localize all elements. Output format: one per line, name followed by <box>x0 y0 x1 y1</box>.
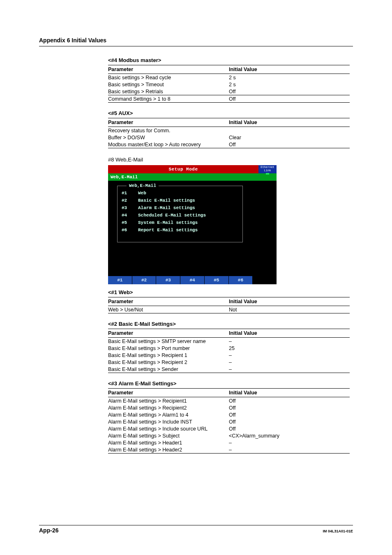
softkey-4[interactable]: #4 <box>180 276 205 284</box>
table-web: Parameter Initial Value Web > Use/NotNot <box>108 297 350 313</box>
th-initial-value: Initial Value <box>229 329 350 338</box>
cell-param: Alarm E-Mail settings > Include source U… <box>108 425 229 432</box>
cell-value: Off <box>229 425 350 432</box>
page-footer: App-26 IM 04L31A01-01E <box>39 525 353 534</box>
section-alarm-email-title: <#3 Alarm E-Mail Settings> <box>108 380 350 387</box>
cell-value: Off <box>229 418 350 425</box>
th-parameter: Parameter <box>108 329 229 338</box>
cell-value: Off <box>229 95 350 103</box>
panel-legend: Web,E-Mail <box>127 183 159 188</box>
menu-item-scheduled-email[interactable]: #4Scheduled E-Mail settings <box>122 212 238 219</box>
table-row: Web > Use/NotNot <box>108 306 350 313</box>
table-row: Modbus master/Ext loop > Auto recoveryOf… <box>108 141 350 148</box>
menu-num: #6 <box>122 226 129 234</box>
table-row: Recovery status for Comm. <box>108 127 350 134</box>
table-row: Basic E-Mail settings > Sender– <box>108 366 350 373</box>
th-parameter: Parameter <box>108 389 229 397</box>
cell-param: Recovery status for Comm. <box>108 127 229 134</box>
table-row: Alarm E-Mail settings > Header1– <box>108 439 350 446</box>
table-row: Alarm E-Mail settings > Alarm1 to 4Off <box>108 411 350 418</box>
th-parameter: Parameter <box>108 65 229 74</box>
section-aux-title: <#5 AUX> <box>108 110 350 116</box>
screen-title-bar: Setup Mode Ethernet Link <box>108 165 277 173</box>
table-row: Basic E-Mail settings > Recipient 2– <box>108 359 350 366</box>
cell-param: Alarm E-Mail settings > Recipient1 <box>108 397 229 405</box>
page-number: App-26 <box>39 527 58 534</box>
cell-value: Clear <box>229 134 350 141</box>
menu-item-system-email[interactable]: #5System E-Mail settings <box>122 219 238 226</box>
table-row: Basic settings > Timeout2 s <box>108 81 350 88</box>
menu-label: System E-Mail settings <box>138 219 198 226</box>
cell-param: Alarm E-Mail settings > Header2 <box>108 446 229 454</box>
table-row: Alarm E-Mail settings > Subject<CX>Alarm… <box>108 432 350 439</box>
cell-param: Basic settings > Read cycle <box>108 74 229 81</box>
menu-label: Report E-Mail settings <box>138 226 198 234</box>
cell-param: Basic E-Mail settings > Sender <box>108 366 229 373</box>
softkey-filler <box>253 276 277 284</box>
cell-value: – <box>229 359 350 366</box>
th-initial-value: Initial Value <box>229 297 350 306</box>
th-initial-value: Initial Value <box>229 65 350 74</box>
menu-item-alarm-email[interactable]: #3Alarm E-Mail settings <box>122 204 238 212</box>
cell-param: Basic E-Mail settings > Port number <box>108 345 229 352</box>
cell-value: – <box>229 338 350 345</box>
table-row: Basic settings > RetrialsOff <box>108 88 350 95</box>
menu-num: #1 <box>122 189 129 197</box>
link-label: Link <box>264 169 271 172</box>
table-row: Basic settings > Read cycle2 s <box>108 74 350 81</box>
cell-value: <CX>Alarm_summary <box>229 432 350 439</box>
menu-item-basic-email[interactable]: #2Basic E-Mail settings <box>122 197 238 204</box>
menu-num: #5 <box>122 219 129 226</box>
screen-body: Web,E-Mail #1Web #2Basic E-Mail settings… <box>108 181 277 276</box>
menu-num: #2 <box>122 197 129 204</box>
softkey-6[interactable]: #6 <box>229 276 253 284</box>
document-code: IM 04L31A01-01E <box>323 529 353 533</box>
menu-num: #4 <box>122 212 129 219</box>
th-initial-value: Initial Value <box>229 118 350 127</box>
table-row: Basic E-Mail settings > SMTP server name… <box>108 338 350 345</box>
cell-value: – <box>229 446 350 454</box>
menu-label: Web <box>138 189 146 197</box>
cell-param: Basic settings > Timeout <box>108 81 229 88</box>
cell-value: – <box>229 352 350 359</box>
link-led-icon <box>266 173 269 175</box>
cell-param: Web > Use/Not <box>108 306 229 313</box>
cell-param: Basic E-Mail settings > Recipient 2 <box>108 359 229 366</box>
table-row: Alarm E-Mail settings > Recipient1Off <box>108 397 350 405</box>
th-parameter: Parameter <box>108 297 229 306</box>
cell-param: Basic E-Mail settings > SMTP server name <box>108 338 229 345</box>
cell-param: Alarm E-Mail settings > Header1 <box>108 439 229 446</box>
softkey-5[interactable]: #5 <box>205 276 229 284</box>
th-parameter: Parameter <box>108 118 229 127</box>
menu-item-report-email[interactable]: #6Report E-Mail settings <box>122 226 238 234</box>
cell-value: Not <box>229 306 350 313</box>
table-row: Command Settings > 1 to 8Off <box>108 95 350 103</box>
cell-param: Basic settings > Retrials <box>108 88 229 95</box>
cell-param: Basic E-Mail settings > Recipient 1 <box>108 352 229 359</box>
page-header: Appendix 6 Initial Values <box>39 37 353 46</box>
cell-value: 2 s <box>229 74 350 81</box>
menu-item-web[interactable]: #1Web <box>122 189 238 197</box>
section-web-title: <#1 Web> <box>108 289 350 295</box>
menu-label: Basic E-Mail settings <box>138 197 195 204</box>
table-aux: Parameter Initial Value Recovery status … <box>108 118 350 148</box>
table-basic-email: Parameter Initial Value Basic E-Mail set… <box>108 329 350 373</box>
cell-value <box>229 127 350 134</box>
menu-label: Alarm E-Mail settings <box>138 204 195 212</box>
menu-label: Scheduled E-Mail settings <box>138 212 206 219</box>
cell-value: Off <box>229 141 350 148</box>
cell-value: Off <box>229 411 350 418</box>
ethernet-label: Ethernet <box>258 166 277 169</box>
cell-param: Buffer > DO/SW <box>108 134 229 141</box>
section-basic-email-title: <#2 Basic E-Mail Settings> <box>108 321 350 327</box>
cell-param: Alarm E-Mail settings > Subject <box>108 432 229 439</box>
appendix-title: Appendix 6 Initial Values <box>39 37 106 44</box>
table-row: Alarm E-Mail settings > Include source U… <box>108 425 350 432</box>
cell-param: Command Settings > 1 to 8 <box>108 95 229 103</box>
th-initial-value: Initial Value <box>229 389 350 397</box>
softkey-1[interactable]: #1 <box>108 276 132 284</box>
cell-param: Alarm E-Mail settings > Include INST <box>108 418 229 425</box>
softkey-2[interactable]: #2 <box>132 276 157 284</box>
softkey-3[interactable]: #3 <box>156 276 180 284</box>
table-row: Alarm E-Mail settings > Header2– <box>108 446 350 454</box>
